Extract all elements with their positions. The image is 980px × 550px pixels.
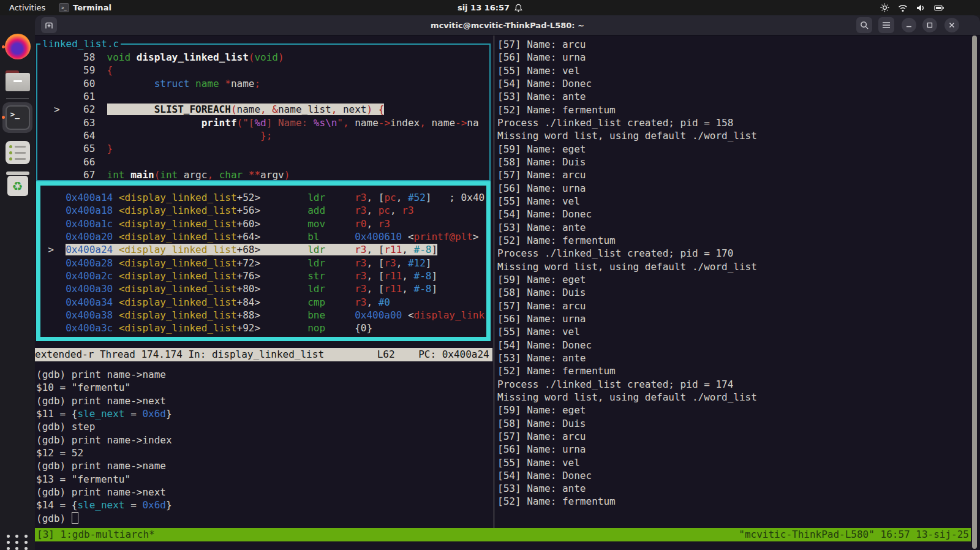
program-output-row: [54] Name: Donec (497, 339, 972, 352)
program-output-pane[interactable]: [57] Name: arcu[56] Name: urna[55] Name:… (497, 38, 972, 508)
terminal-cursor (72, 512, 78, 524)
terminal-text-row: (gdb) (36, 512, 492, 525)
terminal-text-row: $13 = "fermentu" (36, 473, 492, 486)
terminal-text-row: 64 }; (36, 129, 491, 142)
program-output-row: [56] Name: urna (497, 312, 972, 325)
terminal-text-row: 0x400a20 <display_linked_list+64> bl 0x4… (36, 230, 486, 243)
source-code-lines: 58 void display_linked_list(void) 59 { 6… (36, 51, 491, 181)
program-output-row: [57] Name: arcu (497, 299, 972, 312)
terminal-text-row: (gdb) print name->next (36, 486, 492, 499)
terminal-icon[interactable]: >_ (6, 105, 30, 130)
terminal-text-row: $10 = "fermentu" (36, 381, 492, 394)
list-row (9, 151, 26, 154)
clock-menu[interactable]: sij 13 16:57 (458, 0, 522, 15)
program-output-row: [55] Name: vel (497, 195, 972, 208)
terminal-text-row: $11 = {sle_next = 0x6d} (36, 407, 492, 420)
program-output-row: [59] Name: eget (497, 273, 972, 286)
tmux-host-clock-label: "mcvitic-ThinkPad-L580" 16:57 13-sij-25 (739, 528, 969, 541)
search-icon (860, 21, 869, 30)
program-output-row: [57] Name: arcu (497, 430, 972, 443)
asm-code-lines: 0x400a14 <display_linked_list+52> ldr r3… (36, 191, 486, 335)
terminal-text-row: 0x400a18 <display_linked_list+56> add r3… (36, 204, 486, 217)
maximize-icon (926, 21, 933, 29)
search-button[interactable] (856, 17, 872, 33)
terminal-text-row: 0x400a28 <display_linked_list+72> ldr r3… (36, 257, 486, 269)
activities-button[interactable]: Activities (9, 0, 45, 15)
close-button[interactable] (944, 18, 959, 32)
terminal-mini-icon: >_ (59, 3, 69, 12)
gnome-top-bar: Activities >_ Terminal sij 13 16:57 (0, 0, 980, 15)
terminal-text-row: 0x400a14 <display_linked_list+52> ldr r3… (36, 191, 486, 204)
terminal-text-row: > 62 SLIST_FOREACH(name, &name_list, nex… (36, 103, 491, 116)
program-output-row: Process ./linked_list created; pid = 170 (497, 247, 972, 260)
terminal-text-row: 59 { (36, 64, 491, 77)
activities-label: Activities (9, 3, 45, 12)
program-output-row: [55] Name: vel (497, 456, 972, 469)
trash-lid (6, 171, 29, 175)
terminal-text-row: 61 (36, 90, 491, 103)
terminal-running-dot (2, 116, 5, 119)
window-title: mcvitic@mcvitic-ThinkPad-L580: ~ (35, 15, 980, 35)
gdb-console[interactable]: (gdb) print name->name$10 = "fermentu"(g… (36, 368, 492, 525)
source-file-title: linked_list.c (40, 37, 121, 50)
folder-body (6, 73, 30, 91)
program-output-row: Missing word list, using default ./word_… (497, 391, 972, 404)
terminal-text-row: 0x400a3c <display_linked_list+92> nop {0… (36, 322, 486, 334)
program-output-row: [54] Name: Donec (497, 208, 972, 220)
close-icon (948, 21, 956, 29)
program-output-row: [52] Name: fermentum (497, 364, 972, 377)
program-output-row: [56] Name: urna (497, 51, 972, 64)
program-output-row: [53] Name: ante (497, 482, 972, 495)
dock: >_ ♻ (0, 15, 35, 550)
minimize-icon (905, 21, 913, 29)
program-output-row: [52] Name: fermentum (497, 495, 972, 508)
terminal-text-row: 0x400a2c <display_linked_list+76> str r3… (36, 269, 486, 282)
terminal-text-row: 0x400a30 <display_linked_list+80> ldr r3… (36, 282, 486, 295)
terminal-text-row: (gdb) print name->index (36, 434, 492, 446)
terminal-header-bar[interactable]: mcvitic@mcvitic-ThinkPad-L580: ~ (35, 15, 980, 36)
clock-label: sij 13 16:57 (458, 3, 510, 12)
program-output-row: [55] Name: vel (497, 64, 972, 77)
program-output-row: Process ./linked_list created; pid = 158 (497, 116, 972, 129)
terminal-scrollbar[interactable] (972, 36, 977, 549)
program-output-row: [57] Name: arcu (497, 38, 972, 51)
program-output-row: [56] Name: urna (497, 443, 972, 456)
system-status-area[interactable] (880, 0, 944, 15)
show-applications-button[interactable] (6, 533, 29, 550)
night-light-icon (880, 3, 889, 12)
program-output-row: [58] Name: Duis (497, 156, 972, 168)
program-output-row: [59] Name: eget (497, 143, 972, 156)
terminal-text-row: 60 struct name *name; (36, 77, 491, 90)
program-output-row: [55] Name: vel (497, 325, 972, 338)
terminal-text-row: > 0x400a24 <display_linked_list+68> ldr … (36, 243, 486, 256)
terminal-text-row: 0x400a1c <display_linked_list+60> mov r0… (36, 217, 486, 230)
terminal-text-row: (gdb) print name->name (36, 368, 492, 381)
terminal-text-row: (gdb) step (36, 420, 492, 433)
focused-app-menu[interactable]: >_ Terminal (59, 0, 111, 15)
program-output-row: [57] Name: arcu (497, 168, 972, 181)
trash-icon[interactable]: ♻ (6, 171, 29, 196)
list-row (9, 157, 26, 160)
terminal-text-row: (gdb) print name->next (36, 394, 492, 407)
terminal-text-row: $12 = 52 (36, 446, 492, 459)
firefox-icon[interactable] (5, 34, 31, 59)
recycle-glyph: ♻ (7, 176, 28, 196)
program-output-row: [52] Name: fermentum (497, 104, 972, 116)
minimize-button[interactable] (902, 18, 916, 32)
desktop: Activities >_ Terminal sij 13 16:57 (0, 0, 980, 550)
list-row (9, 145, 26, 148)
menu-button[interactable] (878, 17, 894, 33)
terminal-text-row: 63 printf("[%d] Name: %s\n", name->index… (36, 116, 491, 129)
files-icon[interactable] (6, 70, 30, 91)
terminal-content[interactable]: linked_list.c 58 void display_linked_lis… (35, 36, 980, 550)
program-output-row: Missing word list, using default ./word_… (497, 260, 972, 273)
program-output-row: [58] Name: Duis (497, 417, 972, 430)
current-line-highlight: SLIST_FOREACH(name, &name_list, next) { (107, 104, 385, 115)
maximize-button[interactable] (922, 18, 937, 32)
new-tab-button[interactable] (41, 17, 57, 33)
notes-app-icon[interactable] (6, 141, 30, 164)
terminal-text-row: (gdb) print name->name (36, 459, 492, 472)
terminal-text-row: 65 } (36, 142, 491, 155)
new-tab-icon (44, 20, 54, 30)
program-output-row: [54] Name: Donec (497, 77, 972, 90)
